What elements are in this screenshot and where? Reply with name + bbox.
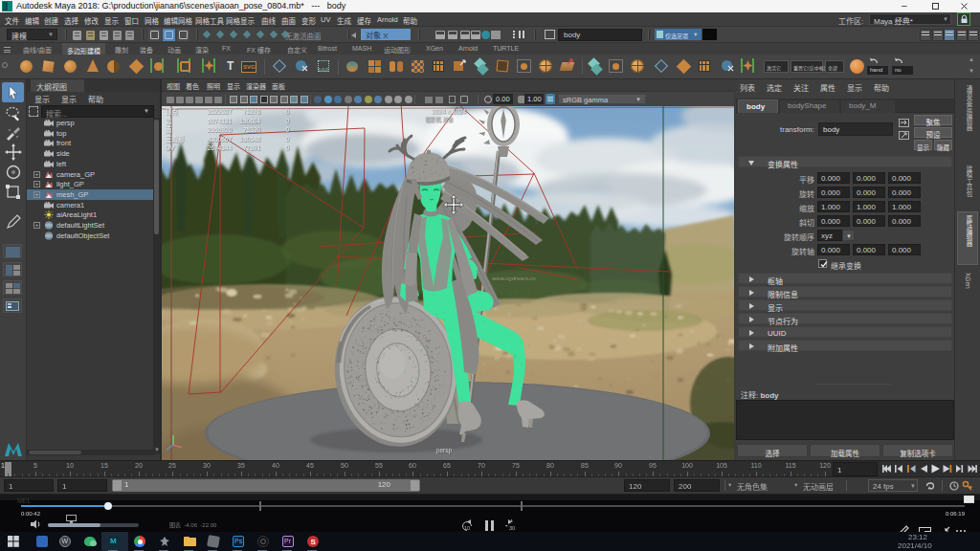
svg-text:2674344: 2674344: [208, 144, 233, 151]
svg-text:摄影机 对象: 摄影机 对象: [425, 116, 454, 123]
svg-text:顶点: 顶点: [166, 108, 179, 116]
svg-text:www.cgdream.cn: www.cgdream.cn: [491, 276, 536, 281]
svg-text:5074131: 5074131: [208, 118, 233, 124]
svg-text:面: 面: [166, 126, 172, 134]
svg-text:0: 0: [285, 108, 289, 115]
svg-text:1024 x 1024: 1024 x 1024: [432, 108, 466, 115]
svg-text:0: 0: [285, 144, 289, 151]
svg-text:边: 边: [166, 118, 172, 125]
svg-text:0: 0: [285, 136, 289, 143]
svg-text:0: 0: [285, 126, 289, 133]
svg-text:77691: 77691: [243, 144, 260, 151]
svg-text:75276: 75276: [243, 108, 260, 115]
svg-text:75330: 75330: [243, 126, 260, 133]
svg-text:150684: 150684: [239, 118, 260, 124]
svg-text:150548: 150548: [239, 136, 260, 143]
svg-text:0: 0: [285, 118, 289, 124]
svg-text:UV: UV: [166, 144, 175, 151]
svg-text:2555926: 2555926: [208, 126, 233, 133]
svg-text:三角形: 三角形: [166, 135, 185, 143]
svg-text:2522037: 2522037: [208, 108, 233, 115]
svg-text:4300667: 4300667: [208, 136, 233, 143]
svg-text:30: 30: [509, 525, 515, 531]
svg-text:10: 10: [464, 525, 470, 531]
svg-text:persp: persp: [436, 447, 453, 454]
